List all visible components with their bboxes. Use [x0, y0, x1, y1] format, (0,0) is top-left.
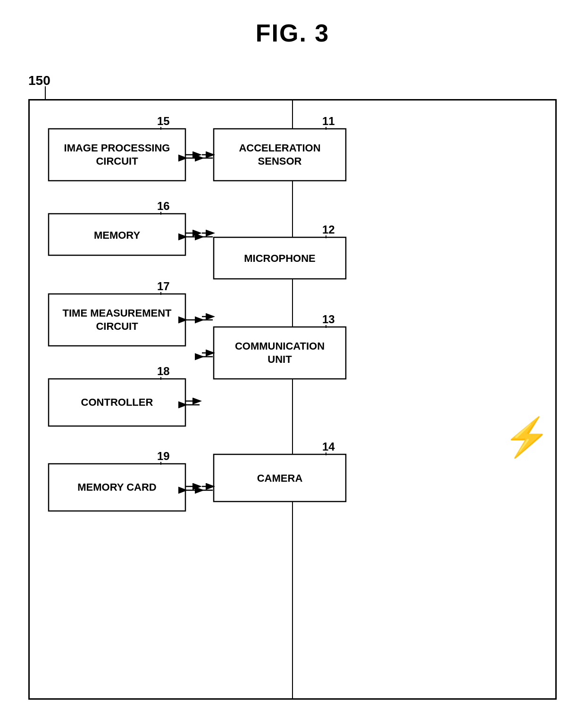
svg-rect-0 [49, 129, 185, 181]
svg-text:CAMERA: CAMERA [257, 472, 303, 484]
svg-text:COMMUNICATION: COMMUNICATION [235, 340, 325, 352]
page-title: FIG. 3 [0, 0, 585, 47]
svg-rect-18 [49, 464, 185, 511]
svg-text:MEMORY CARD: MEMORY CARD [77, 481, 156, 493]
svg-text:CIRCUIT: CIRCUIT [96, 320, 138, 332]
svg-text:13: 13 [322, 313, 335, 326]
outer-box: IMAGE PROCESSING CIRCUIT 15 MEMORY 16 TI… [28, 99, 557, 700]
svg-rect-9 [49, 294, 185, 346]
svg-text:TIME MEASUREMENT: TIME MEASUREMENT [63, 307, 172, 319]
svg-rect-5 [49, 214, 185, 255]
vertical-divider [292, 100, 293, 698]
svg-text:SENSOR: SENSOR [258, 155, 302, 167]
svg-text:UNIT: UNIT [267, 353, 292, 365]
wireless-icon: ⚡ [503, 418, 551, 456]
svg-rect-14 [49, 379, 185, 426]
svg-text:14: 14 [322, 440, 335, 453]
svg-rect-27 [214, 237, 346, 279]
outer-box-label: 150 [28, 73, 50, 88]
svg-text:MICROPHONE: MICROPHONE [244, 252, 316, 264]
svg-text:IMAGE PROCESSING: IMAGE PROCESSING [64, 142, 170, 154]
svg-text:CIRCUIT: CIRCUIT [96, 155, 138, 167]
svg-text:19: 19 [157, 450, 170, 462]
outer-box-tick [45, 86, 46, 100]
svg-text:15: 15 [157, 115, 170, 127]
svg-text:12: 12 [322, 223, 335, 236]
svg-rect-22 [214, 129, 346, 181]
svg-text:MEMORY: MEMORY [94, 229, 141, 241]
svg-text:16: 16 [157, 200, 170, 212]
svg-rect-31 [214, 327, 346, 379]
svg-text:17: 17 [157, 280, 170, 293]
svg-text:11: 11 [322, 115, 335, 127]
svg-text:ACCELERATION: ACCELERATION [239, 142, 320, 154]
svg-rect-36 [214, 454, 346, 502]
svg-text:CONTROLLER: CONTROLLER [81, 396, 153, 408]
svg-text:18: 18 [157, 365, 170, 377]
